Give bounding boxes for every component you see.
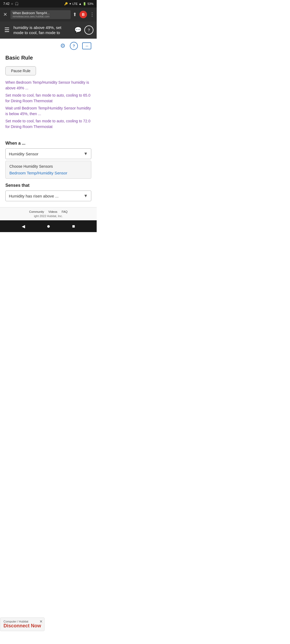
header-actions: 💬 ? <box>74 25 93 35</box>
humidity-sensor-dropdown[interactable]: Humidity Sensor ▼ <box>5 148 91 159</box>
dropdown-arrow-icon: ▼ <box>84 151 88 156</box>
main-content: ⚙ ? ▭ Basic Rule Pause Rule When Bedroom… <box>0 39 97 220</box>
videos-link[interactable]: Videos <box>48 210 57 213</box>
senses-label: Senses that <box>5 183 91 188</box>
page-title: Basic Rule <box>0 52 97 66</box>
screen-icon[interactable]: ▭ <box>82 42 91 49</box>
choose-sensors-title: Choose Humidity Sensors <box>9 164 87 169</box>
hamburger-button[interactable]: ☰ <box>3 25 11 35</box>
message-button[interactable]: 💬 <box>74 27 82 34</box>
humidity-sensor-dropdown-text: Humidity Sensor <box>9 152 84 156</box>
status-right: 🔑 ✦ LTE ▲ 🔋 53% <box>64 2 93 6</box>
toolbar-row: ⚙ ? ▭ <box>0 39 97 52</box>
menu-dots-icon[interactable]: ⋮ <box>90 12 95 17</box>
rule-line-1: When Bedroom Temp/Humidity Sensor humidi… <box>5 80 91 91</box>
page-footer: Community Videos FAQ ight 2022 Hubitat, … <box>0 207 97 220</box>
circle-icon: ○ <box>11 2 13 6</box>
tab-title: When Bedroom Temp/H... <box>13 11 68 15</box>
app-header: ☰ humidity is above 49%, set mode to coo… <box>0 21 97 39</box>
rule-line-3: Wait until Bedroom Temp/Humidity Sensor … <box>5 105 91 117</box>
header-title: humidity is above 49%, set mode to cool,… <box>13 25 72 35</box>
brave-icon[interactable]: B <box>79 11 87 18</box>
when-section: When a ... Humidity Sensor ▼ <box>0 137 97 159</box>
back-button[interactable]: ◀ <box>17 222 29 230</box>
footer-links: Community Videos FAQ <box>4 210 92 213</box>
signal-icon: ▲ <box>79 2 82 5</box>
settings-gear-icon[interactable]: ⚙ <box>60 42 66 49</box>
senses-dropdown-arrow-icon: ▼ <box>84 193 88 198</box>
community-link[interactable]: Community <box>29 210 44 213</box>
senses-dropdown[interactable]: Humidity has risen above ... ▼ <box>5 191 91 201</box>
help-circle-button[interactable]: ? <box>70 42 78 50</box>
lte-label: LTE <box>73 2 78 5</box>
rule-line-4: Set mode to cool, fan mode to auto, cool… <box>5 118 91 130</box>
pause-rule-button[interactable]: Pause Rule <box>5 66 36 75</box>
browser-chrome: ✕ When Bedroom Temp/H... remoteaccess.aw… <box>0 8 97 21</box>
status-bar: 7:42 ○ 🎧 🔑 ✦ LTE ▲ 🔋 53% <box>0 0 97 8</box>
time: 7:42 <box>3 2 9 6</box>
bedroom-sensor-option[interactable]: Bedroom Temp/Humidity Sensor <box>9 171 67 175</box>
rule-summary: When Bedroom Temp/Humidity Sensor humidi… <box>0 80 97 137</box>
home-button[interactable]: ● <box>42 221 55 231</box>
browser-icons: ⬆ B ⋮ <box>73 11 95 18</box>
tab-url: remoteaccess.aws.hubitat.com <box>13 15 68 18</box>
senses-dropdown-text: Humidity has risen above ... <box>9 194 84 198</box>
help-button[interactable]: ? <box>84 25 93 35</box>
copyright-text: ight 2022 Hubitat, Inc. <box>34 214 63 218</box>
address-bar[interactable]: When Bedroom Temp/H... remoteaccess.aws.… <box>10 10 71 19</box>
choose-sensors-box: Choose Humidity Sensors Bedroom Temp/Hum… <box>5 161 91 179</box>
key-icon: 🔑 <box>64 2 68 6</box>
browser-close-button[interactable]: ✕ <box>2 10 8 19</box>
battery-percent: 53% <box>88 2 93 5</box>
battery-icon: 🔋 <box>83 2 86 6</box>
rule-line-2: Set mode to cool, fan mode to auto, cool… <box>5 93 91 104</box>
faq-link[interactable]: FAQ <box>62 210 68 213</box>
status-left: 7:42 ○ 🎧 <box>3 2 19 6</box>
when-label: When a ... <box>5 141 91 146</box>
bluetooth-icon: ✦ <box>69 2 71 6</box>
choose-sensors-container: Choose Humidity Sensors Bedroom Temp/Hum… <box>0 161 97 179</box>
nav-bar: ◀ ● ■ <box>0 220 97 232</box>
senses-section: Senses that Humidity has risen above ...… <box>0 183 97 207</box>
headset-icon: 🎧 <box>15 2 19 6</box>
recents-button[interactable]: ■ <box>68 222 79 231</box>
share-icon[interactable]: ⬆ <box>73 12 77 17</box>
